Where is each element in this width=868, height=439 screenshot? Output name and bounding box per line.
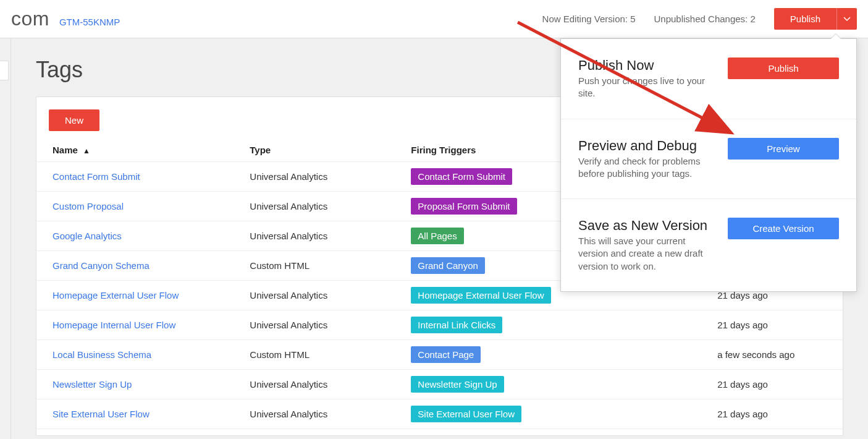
panel-row-version: Save as New Version This will save your … xyxy=(561,199,856,291)
tag-name-link[interactable]: Newsletter Sign Up xyxy=(53,379,132,390)
tag-type: Universal Analytics xyxy=(250,231,327,241)
tag-type: Custom HTML xyxy=(250,349,310,360)
publish-now-title: Publish Now xyxy=(578,58,715,74)
tag-type: Custom HTML xyxy=(250,260,310,271)
tag-type: Universal Analytics xyxy=(250,171,327,182)
table-row[interactable]: Site External User FlowUniversal Analyti… xyxy=(36,399,843,429)
trigger-badge[interactable]: Homepage External User Flow xyxy=(411,287,550,304)
table-row[interactable]: Newsletter Sign UpUniversal AnalyticsNew… xyxy=(36,370,843,399)
tag-name-link[interactable]: Local Business Schema xyxy=(53,349,151,360)
trigger-badge[interactable]: Contact Page xyxy=(411,346,481,363)
tag-name-link[interactable]: Homepage Internal User Flow xyxy=(53,320,175,330)
chevron-down-icon xyxy=(843,17,851,22)
trigger-badge[interactable]: Site External User Flow xyxy=(411,406,521,422)
column-name-label: Name xyxy=(53,145,78,155)
trigger-badge[interactable]: Internal Link Clicks xyxy=(411,317,502,333)
publish-button[interactable]: Publish xyxy=(774,8,836,30)
tag-name-link[interactable]: Contact Form Submit xyxy=(53,171,140,182)
publish-now-button[interactable]: Publish xyxy=(728,58,839,79)
column-header-name[interactable]: Name ▲ xyxy=(36,139,246,162)
tag-type: Universal Analytics xyxy=(250,320,327,330)
panel-row-preview: Preview and Debug Verify and check for p… xyxy=(561,119,856,200)
trigger-badge[interactable]: Newsletter Sign Up xyxy=(411,376,504,393)
preview-debug-title: Preview and Debug xyxy=(578,138,715,154)
tag-name-link[interactable]: Site External User Flow xyxy=(53,409,150,419)
tag-type: Universal Analytics xyxy=(250,409,327,419)
tag-name-link[interactable]: Custom Proposal xyxy=(53,201,124,211)
last-edited: 21 days ago xyxy=(717,320,768,330)
new-tag-button[interactable]: New xyxy=(49,109,99,131)
sidebar-stub xyxy=(0,38,11,439)
container-id-link[interactable]: GTM-55KNMP xyxy=(59,17,120,27)
publish-dropdown-toggle[interactable] xyxy=(836,8,857,30)
trigger-badge[interactable]: Proposal Form Submit xyxy=(411,198,516,215)
trigger-badge[interactable]: Contact Form Submit xyxy=(411,168,512,185)
preview-debug-desc: Verify and check for problems before pub… xyxy=(578,155,715,181)
editing-version-label: Now Editing Version: 5 xyxy=(542,14,636,24)
trigger-badge[interactable]: All Pages xyxy=(411,228,463,244)
header-right: Now Editing Version: 5 Unpublished Chang… xyxy=(542,8,857,30)
publish-button-group: Publish xyxy=(774,8,857,30)
save-version-title: Save as New Version xyxy=(578,218,715,234)
tag-type: Universal Analytics xyxy=(250,379,327,390)
publish-dropdown-panel: Publish Now Push your changes live to yo… xyxy=(560,38,857,292)
save-version-desc: This will save your current version and … xyxy=(578,235,715,273)
table-row[interactable]: Local Business SchemaCustom HTMLContact … xyxy=(36,340,843,370)
tag-name-link[interactable]: Homepage External User Flow xyxy=(53,290,179,300)
sort-asc-icon: ▲ xyxy=(83,147,90,155)
table-row[interactable]: Homepage Internal User FlowUniversal Ana… xyxy=(36,310,843,340)
tag-type: Universal Analytics xyxy=(250,201,327,211)
column-header-type[interactable]: Type xyxy=(246,139,407,162)
preview-button[interactable]: Preview xyxy=(728,138,839,160)
header-left: com GTM-55KNMP xyxy=(11,7,120,30)
tag-type: Universal Analytics xyxy=(250,290,327,300)
unpublished-changes-label: Unpublished Changes: 2 xyxy=(654,14,756,24)
tag-name-link[interactable]: Grand Canyon Schema xyxy=(53,260,150,271)
top-header: com GTM-55KNMP Now Editing Version: 5 Un… xyxy=(0,0,868,38)
last-edited: a few seconds ago xyxy=(717,349,794,360)
tag-name-link[interactable]: Google Analytics xyxy=(53,231,122,241)
create-version-button[interactable]: Create Version xyxy=(728,218,839,239)
last-edited: 21 days ago xyxy=(717,409,768,419)
trigger-badge[interactable]: Grand Canyon xyxy=(411,257,485,274)
publish-now-desc: Push your changes live to your site. xyxy=(578,75,715,100)
panel-row-publish: Publish Now Push your changes live to yo… xyxy=(561,39,856,119)
sidebar-collapsed-tab[interactable] xyxy=(0,61,9,80)
last-edited: 21 days ago xyxy=(717,379,768,390)
domain-suffix: com xyxy=(11,7,49,30)
